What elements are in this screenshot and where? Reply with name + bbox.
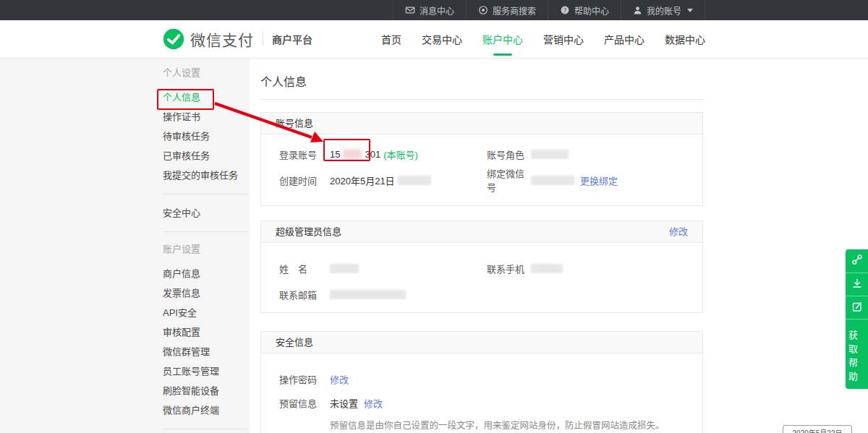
masked-name — [330, 264, 359, 273]
reserve-info-value: 未设置 — [330, 396, 358, 410]
question-circle-icon: ? — [560, 5, 570, 15]
topbar-item-label: 服务商搜索 — [493, 4, 536, 17]
sidebar-item-security-center[interactable]: 安全中心 — [163, 203, 250, 223]
feedback-button[interactable] — [846, 296, 868, 319]
super-admin-panel: 超级管理员信息 修改 姓 名 联系手机 联系邮箱 — [260, 220, 703, 313]
sidebar-item-reviewed-tasks[interactable]: 已审核任务 — [163, 146, 250, 166]
link-button[interactable] — [846, 249, 868, 273]
edit-password-link[interactable]: 修改 — [330, 372, 349, 386]
login-account-suffix: 301 — [365, 149, 380, 160]
divider — [163, 429, 248, 429]
account-role-label: 账号角色 — [487, 147, 531, 161]
header: 微信支付 商户平台 首页 交易中心 账户中心 营销中心 产品中心 数据中心 — [0, 20, 868, 59]
topbar: 消息中心 服务商搜索 ? 帮助中心 我的账号 — [0, 0, 868, 20]
operation-password-label: 操作密码 — [279, 372, 330, 386]
masked-email — [330, 290, 406, 299]
search-circle-icon — [478, 5, 488, 15]
nav-item-account-center[interactable]: 账户中心 — [482, 27, 523, 51]
current-account-tag: (本账号) — [383, 147, 418, 161]
security-info-panel-title: 安全信息 — [276, 332, 313, 353]
nav-item-marketing-center[interactable]: 营销中心 — [543, 27, 584, 51]
sidebar-item-wechat-group-management[interactable]: 微信群管理 — [163, 342, 250, 361]
sidebar-item-review-config[interactable]: 审核配置 — [163, 322, 250, 342]
main-nav: 首页 交易中心 账户中心 营销中心 产品中心 数据中心 — [361, 27, 705, 51]
topbar-item-label: 消息中心 — [420, 4, 454, 17]
sidebar: 个人设置 个人信息 操作证书 待审核任务 已审核任务 我提交的审核任务 安全中心… — [0, 59, 250, 433]
logo-text: 微信支付 — [190, 28, 254, 50]
page-title: 个人信息 — [260, 72, 868, 90]
mail-icon — [405, 5, 415, 15]
change-binding-link[interactable]: 更换绑定 — [580, 173, 618, 187]
masked-wechat-id — [531, 176, 574, 185]
nav-item-transaction-center[interactable]: 交易中心 — [422, 27, 462, 51]
login-account-prefix: 15 — [330, 149, 340, 160]
wechat-pay-logo[interactable]: 微信支付 — [163, 28, 254, 50]
download-icon — [851, 278, 863, 292]
edit-icon — [851, 301, 863, 315]
topbar-item-label: 帮助中心 — [574, 4, 609, 17]
name-label: 姓 名 — [279, 262, 330, 275]
chevron-down-icon — [687, 9, 693, 12]
super-admin-panel-title: 超级管理员信息 — [276, 221, 341, 242]
page: 消息中心 服务商搜索 ? 帮助中心 我的账号 — [0, 0, 868, 433]
login-account-value: 15 301 — [330, 149, 380, 160]
sidebar-group-account-settings: 账户设置 — [163, 241, 250, 258]
user-icon — [633, 6, 642, 15]
reserve-info-note: 预留信息是由你自己设置的一段文字，用来鉴定网站身份，防止假冒网站造成损失。 配置… — [330, 420, 684, 433]
sidebar-item-wechat-merchant-terminal[interactable]: 微信商户终端 — [163, 400, 250, 420]
topbar-item-service-provider-search[interactable]: 服务商搜索 — [466, 0, 548, 20]
contact-phone-label: 联系手机 — [487, 262, 531, 275]
download-button[interactable] — [846, 273, 868, 296]
get-help-button[interactable]: 获取帮助 — [846, 319, 868, 389]
sidebar-item-staff-account-management[interactable]: 员工账号管理 — [163, 361, 250, 381]
created-date-text: 2020年5月21日 — [330, 173, 395, 187]
created-time-label: 创建时间 — [279, 173, 330, 187]
topbar-item-label: 我的账号 — [647, 4, 681, 17]
nav-item-product-center[interactable]: 产品中心 — [604, 27, 644, 51]
login-account-label: 登录账号 — [279, 147, 330, 161]
topbar-item-help-center[interactable]: ? 帮助中心 — [548, 0, 621, 20]
nav-item-data-center[interactable]: 数据中心 — [665, 27, 705, 51]
edit-admin-link[interactable]: 修改 — [669, 221, 688, 242]
bound-wechat-label: 绑定微信号 — [487, 166, 531, 194]
masked-account-role — [531, 150, 569, 159]
sidebar-item-my-submitted-review-tasks[interactable]: 我提交的审核任务 — [163, 166, 250, 185]
divider — [263, 33, 263, 46]
sidebar-item-face-smart-device[interactable]: 刷脸智能设备 — [163, 381, 250, 400]
sidebar-item-personal-info[interactable]: 个人信息 — [163, 87, 250, 107]
sidebar-group-personal-settings: 个人设置 — [163, 64, 250, 82]
created-time-value: 2020年5月21日 — [330, 173, 431, 187]
account-info-panel-title: 账号信息 — [276, 113, 313, 134]
date-tooltip: 2020年5月22日 — [783, 425, 852, 433]
nav-item-home[interactable]: 首页 — [381, 27, 401, 51]
sidebar-item-operation-certificate[interactable]: 操作证书 — [163, 107, 250, 127]
divider — [163, 194, 248, 194]
topbar-item-message-center[interactable]: 消息中心 — [393, 0, 466, 20]
main-content: 个人信息 账号信息 登录账号 15 301 (本账号) — [250, 59, 868, 433]
masked-created-time — [398, 176, 431, 185]
floating-action-panel: 获取帮助 — [846, 249, 868, 389]
reserve-info-label: 预留信息 — [279, 396, 330, 410]
edit-reserve-info-link[interactable]: 修改 — [364, 396, 383, 410]
contact-email-label: 联系邮箱 — [279, 288, 330, 301]
sidebar-item-pending-review-tasks[interactable]: 待审核任务 — [163, 127, 250, 146]
note-line: 预留信息是由你自己设置的一段文字，用来鉴定网站身份，防止假冒网站造成损失。 — [330, 420, 684, 432]
divider — [260, 99, 703, 100]
sidebar-item-api-security[interactable]: API安全 — [163, 303, 250, 322]
divider — [163, 231, 248, 232]
account-info-panel: 账号信息 登录账号 15 301 (本账号) 账号角色 — [260, 112, 703, 206]
masked-login-digits — [343, 149, 362, 159]
masked-phone — [531, 264, 563, 273]
portal-label: 商户平台 — [272, 32, 312, 46]
security-info-panel: 安全信息 操作密码 修改 预留信息 未设置 修改 预留信息是由你自己设置的一段文… — [260, 331, 703, 433]
topbar-item-my-account[interactable]: 我的账号 — [621, 0, 705, 20]
link-icon — [851, 254, 863, 268]
sidebar-item-merchant-info[interactable]: 商户信息 — [163, 264, 250, 283]
wechat-pay-logo-icon — [163, 28, 184, 50]
svg-text:?: ? — [563, 7, 566, 14]
sidebar-item-invoice-info[interactable]: 发票信息 — [163, 283, 250, 303]
